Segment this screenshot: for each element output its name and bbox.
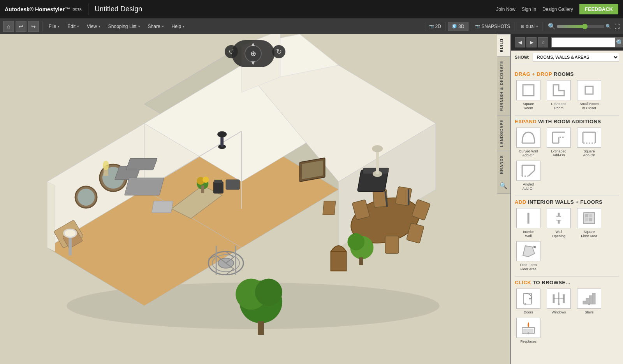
angled-addon-icon bbox=[520, 163, 537, 178]
file-menu-button[interactable]: File ▾ bbox=[46, 22, 63, 31]
brands-tab[interactable]: BRANDS bbox=[497, 151, 510, 178]
panel-header: ◀ ▶ ⌂ 🔍 bbox=[511, 34, 623, 51]
interior-wall-label: InteriorWall bbox=[523, 230, 534, 238]
doors-item[interactable]: Doors bbox=[515, 289, 542, 315]
house-scene[interactable] bbox=[0, 34, 510, 364]
small-room-icon-box bbox=[577, 80, 601, 100]
svg-point-19 bbox=[77, 189, 95, 206]
fullscreen-button[interactable]: ⛶ bbox=[614, 23, 620, 30]
svg-marker-100 bbox=[523, 246, 535, 257]
svg-rect-65 bbox=[323, 201, 336, 215]
help-button[interactable]: Help ▾ bbox=[169, 22, 188, 31]
panel-home-button[interactable]: ⌂ bbox=[538, 37, 548, 47]
rotate-right-button[interactable]: ↻ bbox=[272, 45, 285, 58]
view-menu-arrow: ▾ bbox=[99, 24, 100, 28]
zoom-bar: 🔍 🔍 ⛶ bbox=[548, 23, 620, 30]
svg-rect-55 bbox=[376, 150, 379, 174]
svg-rect-46 bbox=[385, 236, 399, 254]
free-floor-icon bbox=[520, 244, 537, 259]
landscape-tab[interactable]: LANDSCAPE bbox=[497, 115, 510, 151]
divider-2 bbox=[515, 196, 619, 196]
view-3d-button[interactable]: 🧊 3D bbox=[448, 22, 468, 31]
zoom-in-button[interactable]: 🔍 bbox=[605, 24, 611, 29]
design-gallery-link[interactable]: Design Gallery bbox=[542, 7, 573, 12]
wall-opening-icon bbox=[550, 211, 567, 226]
furnish-tab[interactable]: FURNISH & DECORATE bbox=[497, 56, 510, 116]
zoom-slider-thumb[interactable] bbox=[582, 24, 588, 29]
doors-icon-box bbox=[516, 289, 540, 309]
svg-rect-68 bbox=[226, 180, 239, 189]
show-row: SHOW: ROOMS, WALLS & AREAS FLOORS ALL bbox=[511, 51, 623, 64]
l-shaped-room-item[interactable]: L-ShapedRoom bbox=[545, 80, 572, 110]
interior-prefix: ADD bbox=[515, 199, 526, 205]
svg-line-89 bbox=[528, 170, 535, 176]
build-tab[interactable]: BUILD bbox=[497, 34, 510, 56]
search-tab[interactable]: 🔍 bbox=[497, 178, 510, 194]
svg-point-110 bbox=[558, 303, 560, 305]
drag-drop-suffix: ROOMS bbox=[554, 71, 574, 77]
svg-rect-72 bbox=[523, 85, 534, 96]
panel-back-button[interactable]: ◀ bbox=[515, 37, 525, 47]
shopping-arrow: ▾ bbox=[138, 24, 140, 28]
snapshots-button[interactable]: 📷 SNAPSHOTS bbox=[471, 22, 514, 31]
svg-point-71 bbox=[65, 230, 76, 237]
zoom-out-button[interactable]: 🔍 bbox=[548, 23, 556, 30]
expand-prefix: EXPAND bbox=[515, 119, 537, 124]
view-toggle: 📷 2D 🧊 3D 📷 SNAPSHOTS ⊞ dual ▾ 🔍 🔍 ⛶ bbox=[425, 22, 620, 31]
viewport[interactable]: ↺ ▲ ⊕ ▼ ↻ bbox=[0, 34, 510, 364]
svg-point-104 bbox=[529, 298, 531, 299]
share-button[interactable]: Share ▾ bbox=[145, 22, 167, 31]
autodesk-logo: Autodesk® Homestyler™ BETA bbox=[5, 6, 82, 12]
expand-suffix: WITH ROOM ADDITIONS bbox=[538, 119, 601, 124]
svg-rect-53 bbox=[359, 257, 363, 265]
interior-wall-item[interactable]: InteriorWall bbox=[515, 208, 542, 238]
svg-point-105 bbox=[524, 303, 526, 305]
square-room-item[interactable]: SquareRoom bbox=[515, 80, 542, 110]
pan-down-button[interactable]: ▼ bbox=[250, 60, 256, 66]
panel-forward-button[interactable]: ▶ bbox=[526, 37, 537, 47]
svg-rect-24 bbox=[126, 158, 157, 170]
windows-item[interactable]: Windows bbox=[545, 289, 572, 315]
svg-point-52 bbox=[347, 233, 364, 250]
square-addon-item[interactable]: SquareAdd-On bbox=[575, 128, 603, 158]
edit-menu-button[interactable]: Edit ▾ bbox=[64, 22, 82, 31]
square-addon-icon-box bbox=[577, 128, 601, 148]
undo-button[interactable]: ↩ bbox=[16, 21, 26, 32]
sign-in-link[interactable]: Sign In bbox=[522, 7, 536, 12]
view-2d-button[interactable]: 📷 2D bbox=[425, 22, 445, 31]
drag-drop-prefix: DRAG + DROP bbox=[515, 71, 552, 77]
curved-wall-item[interactable]: Curved WallAdd-On bbox=[515, 128, 542, 158]
join-now-link[interactable]: Join Now bbox=[496, 7, 515, 12]
small-room-item[interactable]: Small Roomor Closet bbox=[575, 80, 603, 110]
angled-addon-item[interactable]: AngledAdd-On bbox=[515, 161, 542, 191]
wall-opening-item[interactable]: WallOpening bbox=[545, 208, 572, 238]
panel-search-button[interactable]: 🔍 bbox=[615, 37, 623, 47]
shopping-list-button[interactable]: Shopping List ▾ bbox=[105, 22, 143, 31]
l-shaped-addon-item[interactable]: L-ShapedAdd-On bbox=[545, 128, 572, 158]
square-room-icon-box bbox=[516, 80, 540, 100]
svg-marker-73 bbox=[553, 85, 564, 96]
show-dropdown[interactable]: ROOMS, WALLS & AREAS FLOORS ALL bbox=[533, 53, 619, 61]
square-floor-item[interactable]: SquareFloor Area bbox=[575, 208, 603, 238]
wall-opening-label: WallOpening bbox=[552, 230, 565, 238]
panel-search-bar: 🔍 bbox=[551, 37, 623, 47]
zoom-slider[interactable] bbox=[557, 25, 604, 28]
svg-rect-112 bbox=[586, 298, 589, 304]
pan-up-button[interactable]: ▲ bbox=[250, 41, 256, 48]
dual-view-button[interactable]: ⊞ dual ▾ bbox=[517, 22, 542, 31]
svg-point-56 bbox=[372, 145, 383, 152]
curved-wall-label: Curved WallAdd-On bbox=[519, 149, 538, 158]
view-menu-button[interactable]: View ▾ bbox=[84, 22, 104, 31]
svg-rect-30 bbox=[201, 186, 204, 193]
panel-search-input[interactable] bbox=[552, 39, 615, 46]
main-area: ↺ ▲ ⊕ ▼ ↻ bbox=[0, 34, 623, 364]
redo-button[interactable]: ↪ bbox=[28, 21, 39, 32]
home-button[interactable]: ⌂ bbox=[3, 21, 14, 32]
fireplaces-item[interactable]: Fireplaces bbox=[515, 318, 542, 344]
free-floor-item[interactable]: Free-FormFloor Area bbox=[515, 241, 542, 271]
stairs-item[interactable]: Stairs bbox=[575, 289, 603, 315]
l-shaped-room-icon bbox=[550, 83, 567, 98]
feedback-button[interactable]: FEEDBACK bbox=[579, 4, 618, 14]
divider-1 bbox=[515, 115, 619, 116]
doors-icon bbox=[520, 291, 537, 306]
